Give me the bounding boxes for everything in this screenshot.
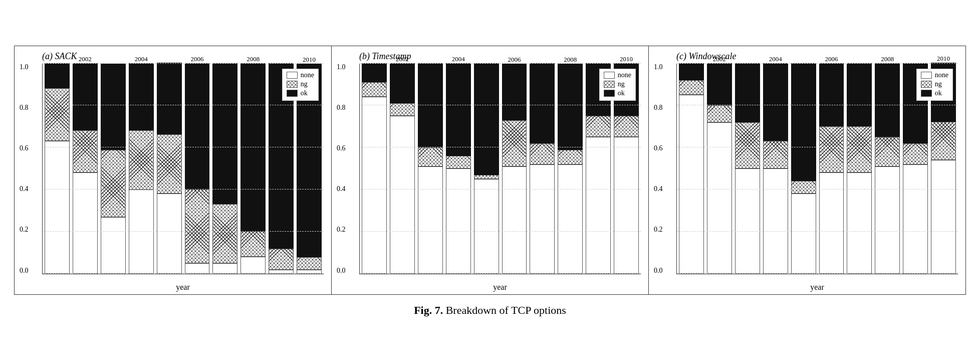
bar-segment-ng (185, 190, 210, 263)
bar-group: 2008 (875, 64, 900, 274)
bar-segment-ng (819, 126, 844, 172)
bar-segment-ng (474, 175, 499, 179)
bar-group (791, 64, 816, 274)
figure-caption: Fig. 7. Breakdown of TCP options (414, 304, 566, 317)
bar-segment-ng (240, 232, 266, 257)
bar-group: 2002 (707, 64, 732, 274)
bar-stack (73, 63, 98, 274)
bar-x-label: 2002 (79, 55, 92, 63)
bar-segment-none (157, 194, 182, 274)
bar-segment-ok (735, 63, 760, 122)
bar-segment-ng (931, 122, 956, 160)
chart-panel-a: (a) SACK0.00.20.40.60.81.020022004200620… (15, 46, 332, 294)
bar-segment-none (129, 190, 154, 274)
bar-segment-ok (390, 63, 415, 103)
bar-segment-ok (558, 64, 583, 150)
legend-label: none (301, 71, 314, 79)
legend-item: ok (604, 89, 631, 97)
x-axis-label-b: year (493, 283, 507, 292)
legend-item: none (921, 71, 948, 79)
bar-group (474, 64, 499, 274)
legend-box-none (287, 72, 298, 79)
bar-x-label: 2010 (937, 55, 950, 63)
bar-segment-none (297, 270, 322, 274)
legend-box-none (604, 72, 615, 79)
y-axis-label: 0.6 (337, 145, 346, 152)
bar-segment-ng (157, 134, 182, 194)
bar-group (418, 64, 443, 274)
bar-group (212, 64, 237, 274)
caption-rest: Breakdown of TCP options (443, 304, 566, 316)
bar-segment-none (269, 270, 294, 274)
legend-box-ok (287, 90, 298, 97)
bar-segment-none (73, 172, 98, 274)
bar-segment-ok (45, 63, 70, 88)
bar-stack (875, 63, 900, 274)
bar-segment-ng (269, 249, 294, 270)
chart-area-b: 0.00.20.40.60.81.020022004200620082010ye… (359, 64, 641, 274)
bar-segment-ng (903, 143, 928, 164)
bar-segment-ng (502, 120, 527, 166)
bar-segment-ok (530, 63, 555, 143)
bar-segment-ng (212, 204, 237, 263)
bar-segment-ng (875, 137, 900, 166)
bar-segment-none (474, 179, 499, 274)
chart-panel-b: (b) Timestamp0.00.20.40.60.81.0200220042… (332, 46, 649, 294)
bars-container-b: 20022004200620082010 (359, 64, 641, 274)
bar-segment-ng (418, 147, 443, 166)
bar-group (157, 64, 182, 274)
bar-segment-none (847, 172, 872, 274)
bar-segment-ok (707, 63, 732, 105)
bar-stack (791, 63, 816, 274)
bar-segment-ok (446, 63, 471, 156)
chart-area-a: 0.00.20.40.60.81.020022004200620082010ye… (42, 64, 324, 274)
bar-segment-ng (530, 143, 555, 164)
bar-segment-ok (819, 63, 844, 126)
bar-x-label: 2010 (620, 55, 633, 63)
bar-segment-ng (847, 126, 872, 172)
y-axis-label: 0.4 (20, 186, 29, 193)
bar-segment-ng (707, 105, 732, 122)
x-axis-label-a: year (176, 283, 190, 292)
bar-segment-none (212, 263, 237, 274)
bar-x-label: 2008 (881, 55, 894, 63)
bar-segment-none (185, 263, 210, 274)
bar-segment-none (390, 116, 415, 274)
bar-segment-none (875, 166, 900, 274)
bar-stack (735, 63, 760, 274)
bar-group: 2004 (129, 64, 154, 274)
y-axis-label: 0.8 (337, 104, 346, 111)
legend-label: ok (301, 89, 308, 97)
y-axis-label: 0.0 (337, 267, 346, 274)
bar-stack (185, 63, 210, 274)
bar-group: 2002 (73, 64, 98, 274)
bar-segment-ok (679, 63, 704, 80)
bar-segment-ng (735, 122, 760, 168)
bar-group: 2008 (240, 64, 266, 274)
y-axis-label: 0.6 (654, 145, 663, 152)
caption-bold: Fig. 7. (414, 304, 443, 316)
bar-segment-none (362, 97, 387, 274)
bar-group: 2006 (502, 64, 527, 274)
bar-segment-none (446, 168, 471, 274)
bar-segment-ng (101, 150, 126, 217)
bar-segment-ok (791, 63, 816, 181)
legend-label: ng (301, 80, 308, 88)
bar-segment-ng (558, 150, 583, 164)
legend-item: ok (921, 89, 948, 97)
bar-x-label: 2002 (396, 55, 409, 63)
legend-box-none (921, 72, 932, 79)
bar-segment-ng (390, 103, 415, 116)
legend-box-ok (921, 90, 932, 97)
bar-x-label: 2004 (769, 55, 782, 63)
y-axis-label: 1.0 (654, 64, 663, 71)
bar-segment-ok (763, 63, 788, 141)
bar-segment-ok (185, 63, 210, 190)
bar-stack (390, 63, 415, 274)
bar-segment-none (558, 164, 583, 274)
y-axis-label: 0.8 (654, 104, 663, 111)
charts-row: (a) SACK0.00.20.40.60.81.020022004200620… (14, 46, 966, 295)
legend-item: ng (604, 80, 631, 88)
bar-segment-ng (791, 181, 816, 194)
bar-stack (446, 63, 471, 274)
